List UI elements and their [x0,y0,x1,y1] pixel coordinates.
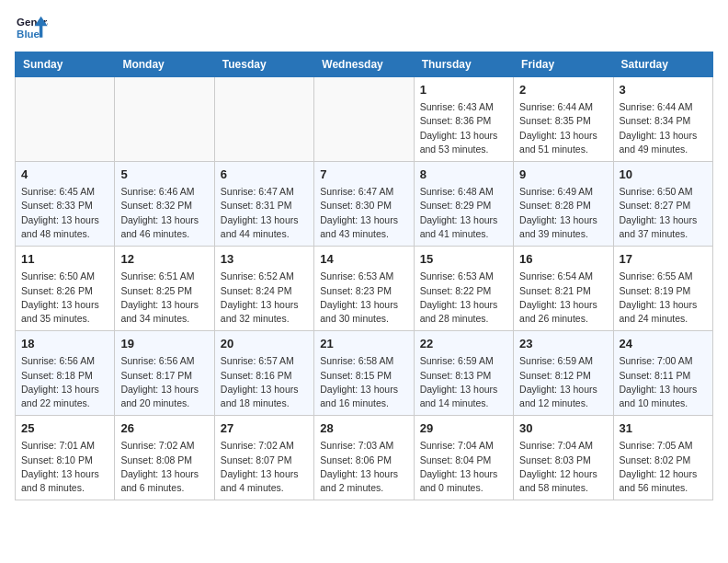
day-info: Sunrise: 6:47 AM Sunset: 8:30 PM Dayligh… [320,185,407,241]
day-info: Sunrise: 6:50 AM Sunset: 8:26 PM Dayligh… [21,270,108,326]
day-number: 24 [620,336,707,352]
calendar-body: 1Sunrise: 6:43 AM Sunset: 8:36 PM Daylig… [16,77,713,500]
calendar-header-monday: Monday [115,52,214,77]
calendar-cell: 27Sunrise: 7:02 AM Sunset: 8:07 PM Dayli… [214,416,313,500]
calendar-week-3: 11Sunrise: 6:50 AM Sunset: 8:26 PM Dayli… [16,247,713,331]
day-number: 22 [420,336,507,352]
day-info: Sunrise: 6:53 AM Sunset: 8:22 PM Dayligh… [420,270,507,326]
day-number: 1 [420,82,507,98]
header: General Blue [15,15,713,42]
calendar-cell: 29Sunrise: 7:04 AM Sunset: 8:04 PM Dayli… [414,416,513,500]
day-info: Sunrise: 7:01 AM Sunset: 8:10 PM Dayligh… [21,439,108,495]
calendar-cell: 14Sunrise: 6:53 AM Sunset: 8:23 PM Dayli… [314,247,414,331]
day-number: 27 [221,420,308,437]
day-number: 7 [320,167,407,183]
calendar-cell: 18Sunrise: 6:56 AM Sunset: 8:18 PM Dayli… [16,331,115,416]
day-info: Sunrise: 7:03 AM Sunset: 8:06 PM Dayligh… [320,439,407,495]
day-info: Sunrise: 6:50 AM Sunset: 8:27 PM Dayligh… [620,185,707,241]
day-info: Sunrise: 6:46 AM Sunset: 8:32 PM Dayligh… [120,185,208,241]
calendar-cell: 12Sunrise: 6:51 AM Sunset: 8:25 PM Dayli… [115,247,214,331]
calendar-header-sunday: Sunday [16,52,115,77]
day-number: 8 [420,167,507,183]
calendar-cell: 21Sunrise: 6:58 AM Sunset: 8:15 PM Dayli… [314,331,414,416]
day-info: Sunrise: 6:55 AM Sunset: 8:19 PM Dayligh… [620,270,707,326]
day-info: Sunrise: 7:04 AM Sunset: 8:04 PM Dayligh… [420,439,507,495]
calendar-cell: 8Sunrise: 6:48 AM Sunset: 8:29 PM Daylig… [414,162,513,247]
day-number: 10 [620,167,707,183]
day-number: 21 [320,336,407,352]
calendar-cell [115,77,214,162]
day-info: Sunrise: 7:00 AM Sunset: 8:11 PM Dayligh… [620,354,707,410]
calendar-cell: 9Sunrise: 6:49 AM Sunset: 8:28 PM Daylig… [514,162,613,247]
day-info: Sunrise: 6:44 AM Sunset: 8:35 PM Dayligh… [519,100,607,156]
day-info: Sunrise: 6:56 AM Sunset: 8:18 PM Dayligh… [21,354,108,410]
day-info: Sunrise: 6:47 AM Sunset: 8:31 PM Dayligh… [221,185,308,241]
day-info: Sunrise: 7:02 AM Sunset: 8:08 PM Dayligh… [120,439,208,495]
calendar-cell: 15Sunrise: 6:53 AM Sunset: 8:22 PM Dayli… [414,247,513,331]
day-number: 14 [320,251,407,268]
day-info: Sunrise: 6:54 AM Sunset: 8:21 PM Dayligh… [519,270,607,326]
day-info: Sunrise: 6:56 AM Sunset: 8:17 PM Dayligh… [120,354,208,410]
calendar-cell: 22Sunrise: 6:59 AM Sunset: 8:13 PM Dayli… [414,331,513,416]
calendar-cell: 31Sunrise: 7:05 AM Sunset: 8:02 PM Dayli… [613,416,712,500]
calendar-header-saturday: Saturday [613,52,712,77]
calendar-cell [214,77,313,162]
day-info: Sunrise: 7:05 AM Sunset: 8:02 PM Dayligh… [620,439,707,495]
day-info: Sunrise: 7:04 AM Sunset: 8:03 PM Dayligh… [519,439,607,495]
day-info: Sunrise: 6:59 AM Sunset: 8:13 PM Dayligh… [420,354,507,410]
svg-text:Blue: Blue [17,29,40,40]
day-number: 30 [519,420,607,437]
calendar-cell: 5Sunrise: 6:46 AM Sunset: 8:32 PM Daylig… [115,162,214,247]
calendar-cell: 20Sunrise: 6:57 AM Sunset: 8:16 PM Dayli… [214,331,313,416]
day-info: Sunrise: 6:51 AM Sunset: 8:25 PM Dayligh… [120,270,208,326]
calendar-header-thursday: Thursday [414,52,513,77]
calendar-table: SundayMondayTuesdayWednesdayThursdayFrid… [15,52,713,500]
day-number: 11 [21,251,108,268]
day-number: 13 [221,251,308,268]
calendar-week-2: 4Sunrise: 6:45 AM Sunset: 8:33 PM Daylig… [16,162,713,247]
calendar-cell: 26Sunrise: 7:02 AM Sunset: 8:08 PM Dayli… [115,416,214,500]
day-info: Sunrise: 6:57 AM Sunset: 8:16 PM Dayligh… [221,354,308,410]
day-number: 5 [120,167,208,183]
calendar-cell: 19Sunrise: 6:56 AM Sunset: 8:17 PM Dayli… [115,331,214,416]
day-number: 12 [120,251,208,268]
calendar-cell: 23Sunrise: 6:59 AM Sunset: 8:12 PM Dayli… [514,331,613,416]
day-number: 28 [320,420,407,437]
day-number: 29 [420,420,507,437]
calendar-cell: 6Sunrise: 6:47 AM Sunset: 8:31 PM Daylig… [214,162,313,247]
calendar-week-4: 18Sunrise: 6:56 AM Sunset: 8:18 PM Dayli… [16,331,713,416]
day-info: Sunrise: 6:58 AM Sunset: 8:15 PM Dayligh… [320,354,407,410]
day-number: 17 [620,251,707,268]
day-number: 4 [21,167,108,183]
calendar-cell: 1Sunrise: 6:43 AM Sunset: 8:36 PM Daylig… [414,77,513,162]
day-info: Sunrise: 6:45 AM Sunset: 8:33 PM Dayligh… [21,185,108,241]
calendar-cell: 24Sunrise: 7:00 AM Sunset: 8:11 PM Dayli… [613,331,712,416]
day-number: 31 [620,420,707,437]
day-number: 25 [21,420,108,437]
day-number: 9 [519,167,607,183]
calendar-cell: 16Sunrise: 6:54 AM Sunset: 8:21 PM Dayli… [514,247,613,331]
calendar-header-wednesday: Wednesday [314,52,414,77]
calendar-cell: 3Sunrise: 6:44 AM Sunset: 8:34 PM Daylig… [613,77,712,162]
day-number: 6 [221,167,308,183]
day-info: Sunrise: 6:52 AM Sunset: 8:24 PM Dayligh… [221,270,308,326]
calendar-cell [16,77,115,162]
day-number: 23 [519,336,607,352]
calendar-cell [314,77,414,162]
day-info: Sunrise: 6:48 AM Sunset: 8:29 PM Dayligh… [420,185,507,241]
calendar-week-1: 1Sunrise: 6:43 AM Sunset: 8:36 PM Daylig… [16,77,713,162]
day-number: 18 [21,336,108,352]
calendar-cell: 11Sunrise: 6:50 AM Sunset: 8:26 PM Dayli… [16,247,115,331]
calendar-cell: 17Sunrise: 6:55 AM Sunset: 8:19 PM Dayli… [613,247,712,331]
calendar-cell: 28Sunrise: 7:03 AM Sunset: 8:06 PM Dayli… [314,416,414,500]
calendar-cell: 30Sunrise: 7:04 AM Sunset: 8:03 PM Dayli… [514,416,613,500]
day-info: Sunrise: 6:59 AM Sunset: 8:12 PM Dayligh… [519,354,607,410]
calendar-header-friday: Friday [514,52,613,77]
calendar-header-tuesday: Tuesday [214,52,313,77]
calendar-header-row: SundayMondayTuesdayWednesdayThursdayFrid… [16,52,713,77]
day-number: 15 [420,251,507,268]
day-info: Sunrise: 6:53 AM Sunset: 8:23 PM Dayligh… [320,270,407,326]
calendar-cell: 7Sunrise: 6:47 AM Sunset: 8:30 PM Daylig… [314,162,414,247]
day-number: 16 [519,251,607,268]
calendar-cell: 10Sunrise: 6:50 AM Sunset: 8:27 PM Dayli… [613,162,712,247]
